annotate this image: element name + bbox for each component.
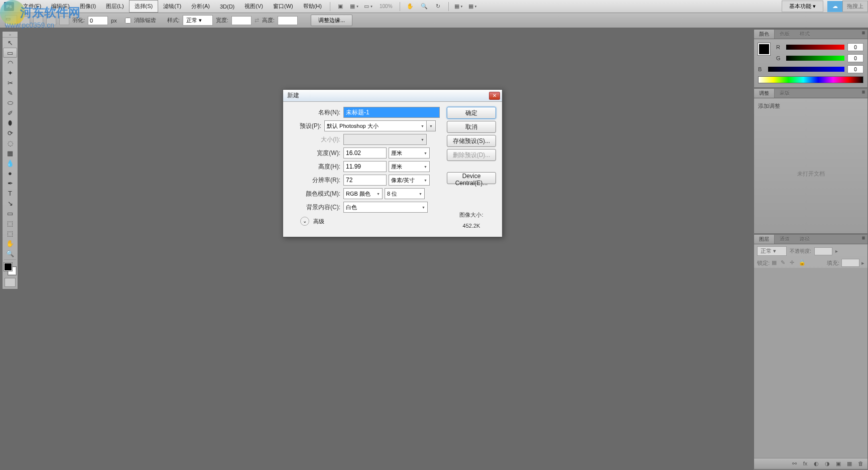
menu-view[interactable]: 视图(V) [239, 1, 268, 12]
extras-icon[interactable]: ▦ [454, 2, 464, 12]
dodge-tool[interactable]: ● [3, 168, 17, 178]
workspace-switcher[interactable]: 基本功能 ▾ [782, 1, 823, 12]
r-slider[interactable] [786, 45, 844, 50]
advanced-label[interactable]: 高级 [313, 218, 324, 225]
cancel-button[interactable]: 取消 [447, 121, 496, 133]
healing-tool[interactable]: ⬭ [3, 98, 17, 108]
marquee-tool[interactable]: ▭ [3, 48, 17, 58]
device-central-button[interactable]: Device Central(E)... [447, 172, 496, 184]
height-input[interactable] [278, 16, 298, 25]
tab-adjustments[interactable]: 调整 [754, 89, 775, 98]
subtract-selection-icon[interactable] [46, 16, 56, 25]
tab-paths[interactable]: 路径 [795, 235, 815, 244]
intersect-selection-icon[interactable] [59, 16, 69, 25]
lasso-tool[interactable]: ◠ [3, 58, 17, 68]
quick-select-tool[interactable]: ✦ [3, 68, 17, 78]
new-group-icon[interactable]: ▣ [834, 460, 842, 467]
close-icon[interactable]: ✕ [489, 92, 500, 100]
resolution-input[interactable] [343, 175, 387, 186]
antialias-checkbox[interactable] [125, 18, 131, 24]
fx-icon[interactable]: fx [801, 460, 809, 467]
eraser-tool[interactable]: ◌ [3, 138, 17, 148]
zoom-tool-icon[interactable]: 🔍 [419, 2, 429, 12]
rotate-view-icon[interactable]: ↻ [433, 2, 443, 12]
refine-edge-button[interactable]: 调整边缘... [311, 15, 352, 26]
panel-menu-icon[interactable]: ≡ [859, 235, 867, 244]
color-ramp[interactable] [758, 76, 863, 83]
height-input[interactable] [343, 161, 387, 172]
3d-tool[interactable]: ⬚ [3, 218, 17, 228]
link-layers-icon[interactable]: ⚯ [790, 460, 798, 467]
tab-channels[interactable]: 通道 [775, 235, 795, 244]
save-preset-button[interactable]: 存储预设(S)... [447, 135, 496, 147]
width-input[interactable] [231, 16, 252, 25]
b-input[interactable] [847, 65, 863, 73]
r-input[interactable] [847, 43, 863, 51]
ok-button[interactable]: 确定 [447, 107, 496, 119]
type-tool[interactable]: T [3, 188, 17, 198]
preset-dropdown-icon[interactable] [427, 120, 436, 131]
add-mask-icon[interactable]: ◐ [812, 460, 820, 467]
current-tool-indicator[interactable]: ▭ [5, 15, 17, 26]
launch-bridge-icon[interactable]: ▣ [335, 2, 345, 12]
tab-styles[interactable]: 样式 [795, 30, 815, 39]
color-preview[interactable] [758, 43, 770, 55]
new-layer-icon[interactable]: ▦ [845, 460, 853, 467]
quick-mask-toggle[interactable] [5, 278, 16, 287]
opacity-input[interactable] [814, 247, 832, 255]
name-input[interactable] [343, 107, 440, 118]
tab-layers[interactable]: 图层 [754, 235, 775, 244]
height-unit-select[interactable]: 厘米 [389, 161, 430, 172]
eyedropper-tool[interactable]: ✎ [3, 88, 17, 98]
menu-file[interactable]: 文件(F) [18, 1, 46, 12]
3d-camera-tool[interactable]: ⬚ [3, 228, 17, 238]
shape-tool[interactable]: ▭ [3, 208, 17, 218]
menu-edit[interactable]: 编辑(E) [46, 1, 75, 12]
guides-icon[interactable]: ▦ [468, 2, 478, 12]
lock-transparency-icon[interactable]: ▦ [772, 259, 779, 266]
adjustment-layer-icon[interactable]: ◑ [823, 460, 831, 467]
background-select[interactable]: 白色 [343, 202, 428, 213]
hand-tool-icon[interactable]: ✋ [405, 2, 415, 12]
delete-layer-icon[interactable]: 🗑 [856, 460, 864, 467]
color-swatches[interactable] [4, 263, 16, 275]
preset-select[interactable]: 默认 Photoshop 大小 [324, 120, 427, 131]
hand-tool[interactable]: ✋ [3, 238, 17, 248]
b-slider[interactable] [768, 67, 844, 72]
panel-menu-icon[interactable]: ≡ [859, 30, 867, 39]
menu-3d[interactable]: 3D(D) [215, 2, 239, 12]
panel-menu-icon[interactable]: ≡ [859, 89, 867, 98]
lock-all-icon[interactable]: 🔒 [799, 259, 806, 266]
width-input[interactable] [343, 147, 387, 159]
cloud-icon[interactable]: ☁ [827, 1, 842, 12]
dialog-titlebar[interactable]: 新建 ✕ [283, 90, 502, 102]
move-tool[interactable]: ↖ [3, 38, 17, 48]
tab-swatches[interactable]: 色板 [775, 30, 795, 39]
menu-filter[interactable]: 滤镜(T) [158, 1, 186, 12]
g-input[interactable] [847, 54, 863, 62]
add-selection-icon[interactable] [33, 16, 43, 25]
menu-image[interactable]: 图像(I) [75, 1, 101, 12]
brush-tool[interactable]: ✐ [3, 108, 17, 118]
g-slider[interactable] [786, 56, 844, 61]
gradient-tool[interactable]: ▦ [3, 148, 17, 158]
lock-position-icon[interactable]: ✛ [790, 259, 797, 266]
pen-tool[interactable]: ✒ [3, 178, 17, 188]
history-brush-tool[interactable]: ⟳ [3, 128, 17, 138]
lock-pixels-icon[interactable]: ✎ [781, 259, 788, 266]
menu-select[interactable]: 选择(S) [129, 0, 159, 13]
menu-layer[interactable]: 图层(L) [101, 1, 129, 12]
resolution-unit-select[interactable]: 像素/英寸 [389, 175, 430, 186]
tab-masks[interactable]: 蒙版 [775, 89, 795, 98]
crop-tool[interactable]: ✂ [3, 78, 17, 88]
zoom-tool[interactable]: 🔍 [3, 248, 17, 258]
advanced-toggle-icon[interactable]: ⌄ [300, 217, 309, 226]
menu-analysis[interactable]: 分析(A) [186, 1, 215, 12]
screen-mode-icon[interactable]: ▭ [363, 2, 374, 12]
drag-search-button[interactable]: 拖搜上 [842, 1, 868, 12]
menu-window[interactable]: 窗口(W) [268, 1, 298, 12]
menu-help[interactable]: 帮助(H) [298, 1, 327, 12]
foreground-color[interactable] [4, 263, 12, 271]
blend-mode-select[interactable]: 正常 ▾ [757, 246, 787, 256]
tab-color[interactable]: 颜色 [754, 30, 775, 39]
